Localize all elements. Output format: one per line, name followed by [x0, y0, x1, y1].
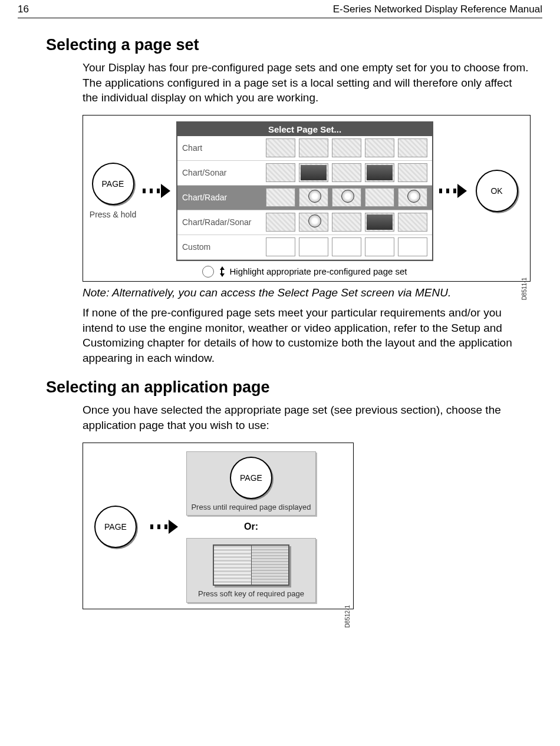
row-label: Custom: [177, 242, 266, 252]
row-label: Chart/Radar/Sonar: [177, 217, 266, 227]
page-button[interactable]: PAGE: [92, 163, 134, 205]
row-chart-sonar[interactable]: Chart/Sonar: [177, 161, 432, 186]
arrow-right-icon: [150, 520, 178, 534]
softkey-thumbnail[interactable]: [213, 544, 289, 586]
row-label: Chart/Sonar: [177, 168, 266, 177]
figure-id: D8512-1: [344, 605, 351, 628]
section1-para2: If none of the pre-configured page sets …: [83, 305, 529, 366]
ok-button-label: OK: [490, 186, 502, 196]
or-label: Or:: [244, 521, 258, 532]
figure-select-page-set: PAGE Press & hold Select Page Set... Cha…: [83, 115, 531, 282]
panel-press-until: PAGE Press until required page displayed: [186, 451, 316, 516]
updown-arrow-icon: [219, 266, 225, 277]
figure-id: D8511-1: [521, 278, 528, 300]
page-button-column: PAGE: [89, 506, 142, 548]
row-label: Chart/Radar: [177, 193, 266, 202]
section2-para1: Once you have selected the appropriate p…: [83, 402, 529, 433]
section1-heading: Selecting a page set: [46, 36, 542, 54]
select-page-set-dialog: Select Page Set... Chart Chart/Sonar Cha…: [176, 121, 433, 261]
trackpad-icon: [202, 266, 214, 278]
section2-heading: Selecting an application page: [46, 378, 542, 397]
page-button-inner[interactable]: PAGE: [230, 457, 272, 499]
row-chart[interactable]: Chart: [177, 136, 432, 161]
row-custom[interactable]: Custom: [177, 235, 432, 260]
page-button-label: PAGE: [104, 522, 127, 532]
arrow-right-icon: [439, 184, 467, 198]
page-button[interactable]: PAGE: [94, 506, 137, 548]
panel-top-caption: Press until required page displayed: [190, 503, 312, 512]
panel-softkey: Press soft key of required page: [186, 538, 316, 603]
page-button-label: PAGE: [102, 179, 124, 189]
arrow-right-icon: [143, 184, 170, 198]
figure-caption-row: Highlight appropriate pre-configured pag…: [89, 266, 521, 278]
panel-bot-caption: Press soft key of required page: [190, 589, 312, 599]
row-chart-radar-selected[interactable]: Chart/Radar: [177, 186, 432, 210]
dialog-title: Select Page Set...: [177, 123, 432, 136]
page-number: 16: [18, 4, 29, 15]
figure-caption-text: Highlight appropriate pre-configured pag…: [229, 266, 407, 276]
page-button-inner-label: PAGE: [240, 473, 262, 483]
manual-title: E-Series Networked Display Reference Man…: [333, 4, 542, 15]
page-button-caption: Press & hold: [90, 210, 136, 220]
section1-note: Note: Alternatively, you can access the …: [83, 286, 529, 299]
section1-para1: Your Display has four pre-configured pag…: [83, 60, 529, 105]
ok-button-column: OK: [473, 170, 521, 212]
page-header: 16 E-Series Networked Display Reference …: [18, 0, 542, 18]
figure-select-application-page: PAGE PAGE Press until required page disp…: [83, 443, 354, 609]
ok-button[interactable]: OK: [476, 170, 518, 212]
row-label: Chart: [177, 143, 266, 153]
page-button-column: PAGE Press & hold: [89, 163, 137, 220]
row-chart-radar-sonar[interactable]: Chart/Radar/Sonar: [177, 210, 432, 235]
